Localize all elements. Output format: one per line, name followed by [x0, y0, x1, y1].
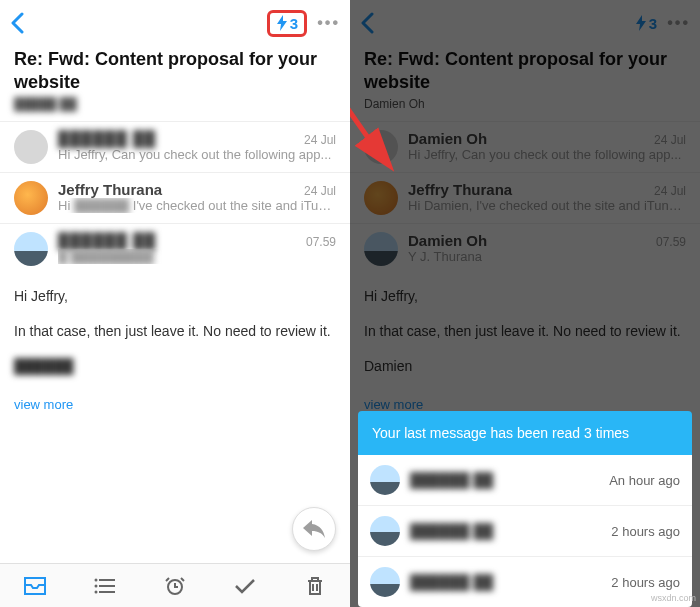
avatar — [370, 516, 400, 546]
read-time: 2 hours ago — [611, 575, 680, 590]
thread-sender: Damien Oh — [408, 232, 487, 249]
read-receipt-row[interactable]: ██████ ██ 2 hours ago — [358, 556, 692, 607]
thread-sender: ██████ ██ — [58, 232, 156, 249]
thread-item[interactable]: ██████ ██ 07.59 █ █████████ — [0, 223, 350, 274]
thread-preview: Y J. Thurana — [408, 249, 686, 264]
subject-line: Re: Fwd: Content proposal for your websi… — [350, 44, 700, 95]
watermark: wsxdn.com — [651, 593, 696, 603]
bottom-toolbar — [0, 563, 350, 607]
read-receipt-sheet: Your last message has been read 3 times … — [358, 411, 692, 607]
bolt-count: 3 — [290, 15, 298, 32]
read-receipt-row[interactable]: ██████ ██ 2 hours ago — [358, 505, 692, 556]
avatar — [14, 181, 48, 215]
sender-name: █████ ██ — [0, 95, 350, 121]
chevron-left-icon — [10, 12, 24, 34]
svg-point-1 — [95, 584, 98, 587]
message-greeting: Hi Jeffry, — [364, 286, 686, 307]
thread-item[interactable]: Jeffry Thurana24 Jul Hi Damien, I've che… — [350, 172, 700, 223]
more-button[interactable]: ••• — [317, 14, 340, 32]
view-more-link[interactable]: view more — [0, 397, 350, 422]
pane-left: 3 ••• Re: Fwd: Content proposal for your… — [0, 0, 350, 607]
svg-point-0 — [95, 578, 98, 581]
thread-preview: Hi Jeffry, Can you check out the followi… — [408, 147, 686, 162]
thread-sender: Jeffry Thurana — [408, 181, 512, 198]
thread-date: 24 Jul — [654, 133, 686, 147]
thread-sender: Damien Oh — [408, 130, 487, 147]
reader-name: ██████ ██ — [410, 472, 599, 488]
read-receipt-banner: Your last message has been read 3 times — [358, 411, 692, 455]
clock-icon — [165, 576, 185, 596]
thread-preview: Hi Damien, I've checked out the site and… — [408, 198, 686, 213]
done-button[interactable] — [223, 564, 267, 608]
back-button[interactable] — [360, 12, 374, 34]
delete-button[interactable] — [293, 564, 337, 608]
thread-date: 24 Jul — [654, 184, 686, 198]
read-time: An hour ago — [609, 473, 680, 488]
pane-right: 3 ••• Re: Fwd: Content proposal for your… — [350, 0, 700, 607]
bolt-icon — [635, 15, 647, 31]
reader-name: ██████ ██ — [410, 523, 601, 539]
avatar — [14, 130, 48, 164]
reply-button[interactable] — [292, 507, 336, 551]
snooze-button[interactable] — [153, 564, 197, 608]
thread-sender: Jeffry Thurana — [58, 181, 162, 198]
reader-name: ██████ ██ — [410, 574, 601, 590]
thread-item[interactable]: Damien Oh07.59 Y J. Thurana — [350, 223, 700, 274]
subject-line: Re: Fwd: Content proposal for your websi… — [0, 44, 350, 95]
message-body: Hi Jeffry, In that case, then just leave… — [0, 274, 350, 397]
bolt-icon — [276, 15, 288, 31]
thread-sender: ██████ ██ — [58, 130, 156, 147]
avatar — [364, 130, 398, 164]
reply-icon — [303, 520, 325, 538]
read-tracking-button[interactable]: 3 — [635, 15, 657, 32]
message-signature: ██████ — [14, 356, 74, 377]
avatar — [364, 181, 398, 215]
read-tracking-button[interactable]: 3 — [267, 10, 307, 37]
svg-point-2 — [95, 590, 98, 593]
list-icon — [94, 577, 116, 595]
message-body: Hi Jeffry, In that case, then just leave… — [350, 274, 700, 397]
thread-preview: Hi Jeffry, Can you check out the followi… — [58, 147, 336, 162]
thread-date: 07.59 — [306, 235, 336, 249]
message-text: In that case, then just leave it. No nee… — [14, 321, 336, 342]
thread-item[interactable]: Jeffry Thurana 24 Jul Hi ██████ I've che… — [0, 172, 350, 223]
avatar — [364, 232, 398, 266]
thread-preview: █ █████████ — [58, 249, 336, 264]
avatar — [370, 567, 400, 597]
read-receipt-row[interactable]: ██████ ██ An hour ago — [358, 455, 692, 505]
thread-date: 07.59 — [656, 235, 686, 249]
read-time: 2 hours ago — [611, 524, 680, 539]
thread-item[interactable]: Damien Oh24 Jul Hi Jeffry, Can you check… — [350, 121, 700, 172]
archive-button[interactable] — [13, 564, 57, 608]
inbox-icon — [24, 577, 46, 595]
avatar — [14, 232, 48, 266]
back-button[interactable] — [10, 12, 24, 34]
header: 3 ••• — [0, 0, 350, 44]
trash-icon — [306, 576, 324, 596]
message-greeting: Hi Jeffry, — [14, 286, 336, 307]
more-button[interactable]: ••• — [667, 14, 690, 32]
list-button[interactable] — [83, 564, 127, 608]
bolt-count: 3 — [649, 15, 657, 32]
thread-date: 24 Jul — [304, 184, 336, 198]
header: 3 ••• — [350, 0, 700, 44]
sender-name: Damien Oh — [350, 95, 700, 121]
message-text: In that case, then just leave it. No nee… — [364, 321, 686, 342]
thread-date: 24 Jul — [304, 133, 336, 147]
thread-item[interactable]: ██████ ██ 24 Jul Hi Jeffry, Can you chec… — [0, 121, 350, 172]
thread-preview: Hi ██████ I've checked out the site and … — [58, 198, 336, 213]
read-receipt-list: ██████ ██ An hour ago ██████ ██ 2 hours … — [358, 455, 692, 607]
message-signature: Damien — [364, 356, 686, 377]
chevron-left-icon — [360, 12, 374, 34]
check-icon — [234, 577, 256, 595]
avatar — [370, 465, 400, 495]
